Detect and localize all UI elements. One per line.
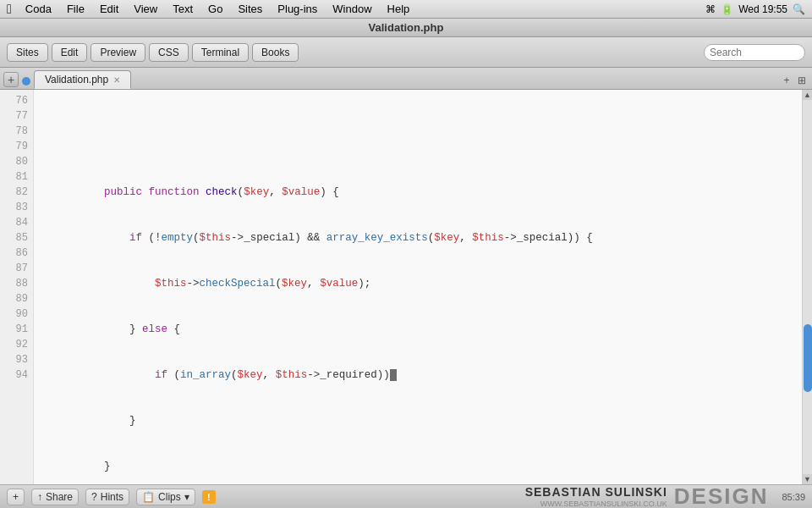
- tab-dot-icon: [22, 77, 30, 86]
- clips-label: Clips: [158, 491, 181, 503]
- menu-help[interactable]: Help: [381, 2, 417, 16]
- line-num: 76: [0, 93, 28, 108]
- watermark: SEBASTIAN SULINSKI WWW.SEBASTIANSULINSKI…: [525, 485, 667, 508]
- line-num: 80: [0, 154, 28, 169]
- line-num: 81: [0, 169, 28, 185]
- line-num: 88: [0, 276, 28, 291]
- line-num: 78: [0, 124, 28, 139]
- toolbar-css[interactable]: CSS: [149, 43, 189, 62]
- code-line-78: [41, 124, 795, 139]
- toolbar: Sites Edit Preview CSS Terminal Books: [0, 37, 812, 68]
- line-num: 82: [0, 185, 28, 200]
- tab-overflow-icon[interactable]: +: [780, 74, 793, 87]
- warning-button[interactable]: !: [202, 490, 216, 504]
- hints-label: Hints: [101, 491, 123, 503]
- line-num: 77: [0, 108, 28, 124]
- add-button[interactable]: +: [7, 489, 25, 505]
- tab-validation-php[interactable]: Validation.php ✕: [34, 70, 131, 89]
- spotlight-icon[interactable]: 🔍: [793, 3, 805, 15]
- scroll-thumb[interactable]: [804, 324, 812, 392]
- menu-coda[interactable]: Coda: [19, 2, 58, 16]
- code-line-80: [41, 154, 795, 169]
- tab-close-icon[interactable]: ✕: [113, 75, 120, 85]
- clips-dropdown-icon: ▾: [184, 491, 189, 503]
- share-icon: ↑: [37, 491, 42, 503]
- apple-logo-icon: : [7, 2, 12, 17]
- code-line-86: }: [41, 398, 795, 444]
- line-num: 84: [0, 215, 28, 230]
- wifi-icon: ⌘: [705, 3, 716, 15]
- share-label: Share: [46, 491, 73, 503]
- line-num: 92: [0, 337, 28, 352]
- window-title: Validation.php: [369, 21, 444, 34]
- clock: Wed 19:55: [738, 3, 787, 15]
- line-col-indicator: 85:39: [782, 492, 805, 502]
- line-numbers: 76 77 78 79 80 81 82 83 84 85 86 87 88 8…: [0, 90, 34, 484]
- code-line-82: if (!empty($this->_special) && array_key…: [41, 215, 795, 261]
- editor-container: 76 77 78 79 80 81 82 83 84 85 86 87 88 8…: [0, 90, 812, 484]
- watermark-design: DESIGN: [674, 483, 769, 508]
- code-line-83: $this->checkSpecial($key, $value);: [41, 261, 795, 306]
- toolbar-edit[interactable]: Edit: [52, 43, 88, 62]
- line-num: 94: [0, 367, 28, 383]
- toolbar-books[interactable]: Books: [252, 43, 299, 62]
- hints-icon: ?: [91, 491, 97, 503]
- code-line-77: [41, 108, 795, 124]
- toolbar-terminal[interactable]: Terminal: [192, 43, 249, 62]
- code-line-76: [41, 93, 795, 108]
- scroll-track[interactable]: [803, 100, 812, 474]
- line-num: 90: [0, 306, 28, 322]
- line-num: 83: [0, 200, 28, 215]
- toolbar-preview[interactable]: Preview: [91, 43, 145, 62]
- hints-button[interactable]: ? Hints: [85, 489, 129, 505]
- tab-end-buttons: + ⊞: [780, 74, 809, 87]
- menu-view[interactable]: View: [127, 2, 164, 16]
- line-num: 87: [0, 261, 28, 276]
- line-num: 86: [0, 246, 28, 261]
- tab-split-icon[interactable]: ⊞: [795, 74, 809, 87]
- clips-icon: 📋: [142, 491, 155, 503]
- tab-label: Validation.php: [45, 74, 108, 86]
- code-line-84: } else {: [41, 306, 795, 352]
- clips-button[interactable]: 📋 Clips ▾: [136, 489, 195, 505]
- menu-bar:  Coda File Edit View Text Go Sites Plug…: [0, 0, 812, 19]
- menu-window[interactable]: Window: [326, 2, 378, 16]
- code-line-81: public function check($key, $value) {: [41, 169, 795, 215]
- toolbar-sites[interactable]: Sites: [7, 43, 48, 62]
- menu-file[interactable]: File: [60, 2, 91, 16]
- watermark-name: SEBASTIAN SULINSKI: [525, 485, 667, 500]
- battery-icon: 🔋: [721, 3, 733, 15]
- line-num: 79: [0, 139, 28, 154]
- search-input[interactable]: [704, 44, 805, 61]
- tab-add-button[interactable]: +: [3, 72, 19, 87]
- scroll-up-icon[interactable]: ▲: [803, 90, 813, 100]
- bottom-bar: + ↑ Share ? Hints 📋 Clips ▾ ! SEBASTIAN …: [0, 484, 812, 508]
- menu-sites[interactable]: Sites: [231, 2, 269, 16]
- tab-bar: + Validation.php ✕ + ⊞: [0, 68, 812, 90]
- vertical-scrollbar[interactable]: ▲ ▼: [802, 90, 812, 484]
- line-num: 85: [0, 230, 28, 246]
- title-bar: Validation.php: [0, 19, 812, 37]
- code-line-79: [41, 139, 795, 154]
- line-num: 93: [0, 352, 28, 367]
- menu-go[interactable]: Go: [201, 2, 229, 16]
- menu-text[interactable]: Text: [166, 2, 200, 16]
- scroll-down-icon[interactable]: ▼: [803, 474, 813, 484]
- share-button[interactable]: ↑ Share: [31, 489, 79, 505]
- code-editor[interactable]: public function check($key, $value) { if…: [34, 90, 802, 484]
- add-icon: +: [13, 491, 19, 503]
- menu-plugins[interactable]: Plug-ins: [271, 2, 324, 16]
- menu-edit[interactable]: Edit: [93, 2, 125, 16]
- line-num: 89: [0, 291, 28, 306]
- code-line-87: }: [41, 444, 795, 484]
- menu-right-icons: ⌘ 🔋 Wed 19:55 🔍: [705, 3, 805, 15]
- line-num: 91: [0, 322, 28, 337]
- watermark-url: WWW.SEBASTIANSULINSKI.CO.UK: [525, 500, 667, 509]
- code-line-85: if (in_array($key, $this->_required)): [41, 352, 795, 398]
